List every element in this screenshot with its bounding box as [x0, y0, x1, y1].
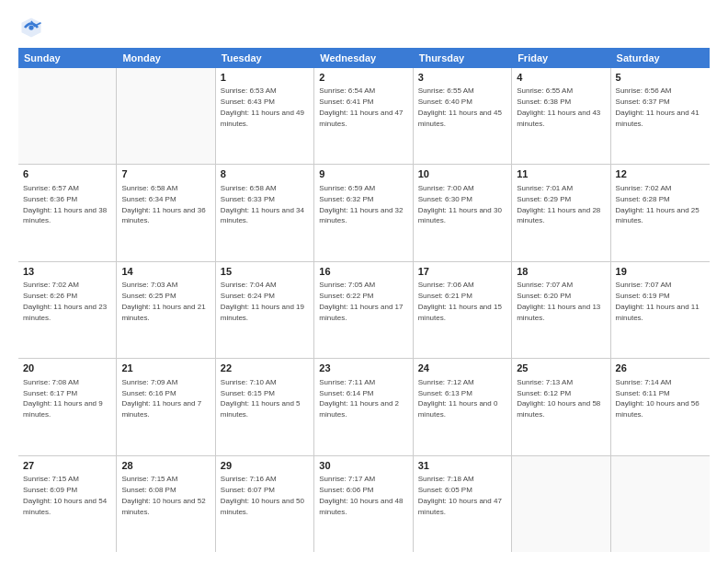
day-number: 18 [517, 265, 605, 279]
header-day-monday: Monday [117, 48, 215, 68]
calendar-cell-day-11: 11Sunrise: 7:01 AM Sunset: 6:29 PM Dayli… [512, 165, 610, 260]
calendar-cell-day-18: 18Sunrise: 7:07 AM Sunset: 6:20 PM Dayli… [512, 262, 610, 358]
calendar-cell-empty [117, 68, 215, 164]
calendar-row-2: 13Sunrise: 7:02 AM Sunset: 6:26 PM Dayli… [18, 262, 710, 359]
day-number: 26 [616, 362, 705, 375]
calendar-cell-day-27: 27Sunrise: 7:15 AM Sunset: 6:09 PM Dayli… [18, 456, 117, 552]
day-number: 14 [121, 265, 210, 279]
header-day-wednesday: Wednesday [314, 48, 413, 68]
calendar-cell-day-25: 25Sunrise: 7:13 AM Sunset: 6:12 PM Dayli… [512, 359, 610, 454]
day-number: 23 [319, 362, 407, 375]
day-info: Sunrise: 7:09 AM Sunset: 6:16 PM Dayligh… [121, 378, 201, 419]
day-info: Sunrise: 7:11 AM Sunset: 6:14 PM Dayligh… [319, 378, 399, 419]
calendar-cell-day-14: 14Sunrise: 7:03 AM Sunset: 6:25 PM Dayli… [117, 262, 215, 358]
day-number: 30 [319, 459, 407, 473]
svg-point-1 [28, 25, 33, 29]
calendar: SundayMondayTuesdayWednesdayThursdayFrid… [18, 48, 710, 552]
day-info: Sunrise: 7:13 AM Sunset: 6:12 PM Dayligh… [517, 378, 600, 419]
calendar-cell-day-13: 13Sunrise: 7:02 AM Sunset: 6:26 PM Dayli… [18, 262, 117, 358]
day-number: 16 [319, 265, 407, 279]
day-number: 29 [221, 459, 309, 473]
page: SundayMondayTuesdayWednesdayThursdayFrid… [0, 0, 728, 563]
day-info: Sunrise: 7:04 AM Sunset: 6:24 PM Dayligh… [221, 281, 304, 322]
day-number: 1 [221, 71, 309, 85]
day-number: 12 [616, 167, 705, 181]
calendar-cell-day-6: 6Sunrise: 6:57 AM Sunset: 6:36 PM Daylig… [18, 165, 117, 260]
day-info: Sunrise: 6:59 AM Sunset: 6:32 PM Dayligh… [319, 184, 403, 225]
logo [18, 15, 48, 40]
calendar-row-4: 27Sunrise: 7:15 AM Sunset: 6:09 PM Dayli… [18, 456, 710, 552]
calendar-cell-day-2: 2Sunrise: 6:54 AM Sunset: 6:41 PM Daylig… [314, 68, 413, 164]
calendar-cell-day-8: 8Sunrise: 6:58 AM Sunset: 6:33 PM Daylig… [216, 165, 314, 260]
day-number: 27 [23, 459, 111, 473]
day-info: Sunrise: 7:02 AM Sunset: 6:26 PM Dayligh… [23, 281, 107, 322]
day-info: Sunrise: 7:05 AM Sunset: 6:22 PM Dayligh… [319, 281, 403, 322]
day-info: Sunrise: 7:18 AM Sunset: 6:05 PM Dayligh… [418, 475, 502, 516]
day-info: Sunrise: 7:03 AM Sunset: 6:25 PM Dayligh… [121, 281, 205, 322]
day-info: Sunrise: 7:16 AM Sunset: 6:07 PM Dayligh… [221, 475, 304, 516]
calendar-cell-day-12: 12Sunrise: 7:02 AM Sunset: 6:28 PM Dayli… [611, 165, 710, 260]
calendar-row-1: 6Sunrise: 6:57 AM Sunset: 6:36 PM Daylig… [18, 165, 710, 261]
day-info: Sunrise: 7:07 AM Sunset: 6:20 PM Dayligh… [517, 281, 600, 322]
day-number: 28 [121, 459, 210, 473]
day-number: 3 [418, 71, 506, 85]
calendar-cell-day-26: 26Sunrise: 7:14 AM Sunset: 6:11 PM Dayli… [611, 359, 710, 454]
day-info: Sunrise: 7:08 AM Sunset: 6:17 PM Dayligh… [23, 378, 103, 419]
day-number: 6 [23, 167, 111, 181]
day-info: Sunrise: 6:53 AM Sunset: 6:43 PM Dayligh… [221, 86, 304, 128]
day-number: 21 [121, 362, 210, 375]
day-number: 2 [319, 71, 407, 85]
calendar-cell-day-28: 28Sunrise: 7:15 AM Sunset: 6:08 PM Dayli… [117, 456, 215, 552]
day-number: 24 [418, 362, 506, 375]
calendar-cell-day-22: 22Sunrise: 7:10 AM Sunset: 6:15 PM Dayli… [216, 359, 314, 454]
day-info: Sunrise: 6:55 AM Sunset: 6:38 PM Dayligh… [517, 86, 600, 128]
day-number: 22 [221, 362, 309, 375]
calendar-cell-day-9: 9Sunrise: 6:59 AM Sunset: 6:32 PM Daylig… [314, 165, 413, 260]
day-number: 25 [517, 362, 605, 375]
day-info: Sunrise: 6:57 AM Sunset: 6:36 PM Dayligh… [23, 184, 107, 225]
day-number: 19 [616, 265, 705, 279]
calendar-cell-day-16: 16Sunrise: 7:05 AM Sunset: 6:22 PM Dayli… [314, 262, 413, 358]
calendar-cell-day-19: 19Sunrise: 7:07 AM Sunset: 6:19 PM Dayli… [611, 262, 710, 358]
header-day-thursday: Thursday [414, 48, 512, 68]
day-number: 8 [221, 167, 309, 181]
header-day-saturday: Saturday [611, 48, 710, 68]
header [18, 15, 710, 40]
day-info: Sunrise: 7:06 AM Sunset: 6:21 PM Dayligh… [418, 281, 502, 322]
day-info: Sunrise: 7:10 AM Sunset: 6:15 PM Dayligh… [221, 378, 301, 419]
day-info: Sunrise: 6:54 AM Sunset: 6:41 PM Dayligh… [319, 86, 403, 128]
calendar-cell-day-17: 17Sunrise: 7:06 AM Sunset: 6:21 PM Dayli… [414, 262, 512, 358]
day-info: Sunrise: 7:15 AM Sunset: 6:08 PM Dayligh… [121, 475, 205, 516]
day-info: Sunrise: 6:58 AM Sunset: 6:33 PM Dayligh… [221, 184, 304, 225]
day-info: Sunrise: 7:07 AM Sunset: 6:19 PM Dayligh… [616, 281, 700, 322]
day-number: 7 [121, 167, 210, 181]
calendar-cell-day-5: 5Sunrise: 6:56 AM Sunset: 6:37 PM Daylig… [611, 68, 710, 164]
calendar-cell-day-31: 31Sunrise: 7:18 AM Sunset: 6:05 PM Dayli… [414, 456, 512, 552]
day-number: 31 [418, 459, 506, 473]
calendar-cell-day-1: 1Sunrise: 6:53 AM Sunset: 6:43 PM Daylig… [216, 68, 314, 164]
day-info: Sunrise: 7:12 AM Sunset: 6:13 PM Dayligh… [418, 378, 498, 419]
day-info: Sunrise: 7:17 AM Sunset: 6:06 PM Dayligh… [319, 475, 403, 516]
day-info: Sunrise: 6:58 AM Sunset: 6:34 PM Dayligh… [121, 184, 205, 225]
header-day-sunday: Sunday [18, 48, 117, 68]
day-number: 10 [418, 167, 506, 181]
calendar-cell-empty [18, 68, 117, 164]
calendar-cell-day-7: 7Sunrise: 6:58 AM Sunset: 6:34 PM Daylig… [117, 165, 215, 260]
day-info: Sunrise: 7:14 AM Sunset: 6:11 PM Dayligh… [616, 378, 700, 419]
calendar-cell-day-15: 15Sunrise: 7:04 AM Sunset: 6:24 PM Dayli… [216, 262, 314, 358]
calendar-cell-day-23: 23Sunrise: 7:11 AM Sunset: 6:14 PM Dayli… [314, 359, 413, 454]
calendar-cell-day-24: 24Sunrise: 7:12 AM Sunset: 6:13 PM Dayli… [414, 359, 512, 454]
logo-icon [18, 15, 44, 40]
day-info: Sunrise: 7:02 AM Sunset: 6:28 PM Dayligh… [616, 184, 700, 225]
day-info: Sunrise: 6:56 AM Sunset: 6:37 PM Dayligh… [616, 86, 700, 128]
day-number: 15 [221, 265, 309, 279]
day-info: Sunrise: 7:01 AM Sunset: 6:29 PM Dayligh… [517, 184, 600, 225]
header-day-friday: Friday [512, 48, 610, 68]
day-info: Sunrise: 7:00 AM Sunset: 6:30 PM Dayligh… [418, 184, 502, 225]
calendar-cell-day-21: 21Sunrise: 7:09 AM Sunset: 6:16 PM Dayli… [117, 359, 215, 454]
header-day-tuesday: Tuesday [216, 48, 314, 68]
day-number: 11 [517, 167, 605, 181]
calendar-cell-day-30: 30Sunrise: 7:17 AM Sunset: 6:06 PM Dayli… [314, 456, 413, 552]
calendar-cell-day-4: 4Sunrise: 6:55 AM Sunset: 6:38 PM Daylig… [512, 68, 610, 164]
day-number: 9 [319, 167, 407, 181]
